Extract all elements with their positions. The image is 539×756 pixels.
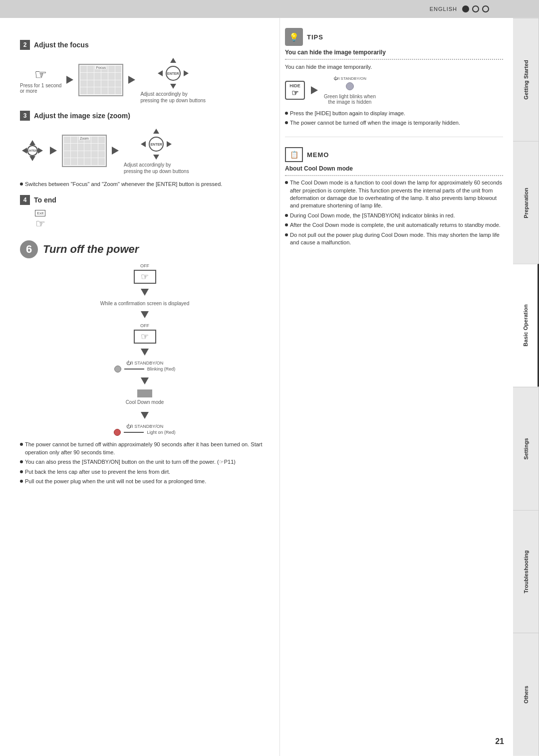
section-3-number: 3 <box>20 111 30 121</box>
memo-bullet-1: The Cool Down mode is a function to cool… <box>285 179 503 210</box>
right-column: 💡 TIPS You can hide the image temporaril… <box>279 18 513 756</box>
tips-subtitle: You can hide the image temporarily <box>285 49 503 56</box>
memo-box: 📋 MEMO About Cool Down mode The Cool Dow… <box>285 147 503 246</box>
arrow-right-btn <box>184 70 189 76</box>
zoom-enter-arrow-down <box>153 155 159 160</box>
enter-cluster-zoom-area: ENTER Adjust accordingly bypressing the … <box>124 127 189 175</box>
focus-screen: Focus <box>78 64 123 96</box>
tips-memo-divider <box>285 137 503 137</box>
focus-diagram-row: ☞ Press for 1 secondor more Focus <box>20 56 270 104</box>
header-bar: ENGLISH <box>0 0 539 18</box>
dot-2 <box>472 5 479 12</box>
off-label-1: OFF <box>140 263 149 268</box>
exit-btn: Exit ☞ <box>35 210 45 230</box>
focus-screen-label: Focus <box>95 66 107 69</box>
arrow-down-4 <box>141 378 149 384</box>
section-to-end: 4 To end <box>20 195 270 205</box>
memo-bullet-2: During Cool Down mode, the [STANDBY/ON] … <box>285 212 503 219</box>
tab-troubleshooting[interactable]: Troubleshooting <box>513 510 539 633</box>
turn-off-diagrams: OFF ☞ While a confirmation screen is dis… <box>20 263 270 436</box>
off-rect-2: ☞ <box>134 330 156 344</box>
turn-off-bullet-1: The power cannot be turned off within ap… <box>20 441 270 456</box>
tab-getting-started[interactable]: Getting Started <box>513 18 539 141</box>
confirmation-text: While a confirmation screen is displayed <box>100 301 189 306</box>
arrow-3 <box>50 147 57 155</box>
standby-light-row: Light on (Red) <box>114 429 175 436</box>
enter-cluster-zoom: ENTER <box>139 127 174 162</box>
standby-on-circle <box>346 82 354 90</box>
hide-btn-label: HIDE <box>289 83 300 88</box>
hide-hand-icon: ☞ <box>291 88 298 98</box>
enter-cluster-small: ENTER <box>20 138 45 163</box>
tips-arrow <box>311 86 318 94</box>
hide-diagram: HIDE ☞ ⏻/I STANDBY/ON Green light blinks… <box>285 76 503 105</box>
tips-divider <box>285 59 503 60</box>
indicator-line-1 <box>124 369 144 370</box>
tab-settings[interactable]: Settings <box>513 387 539 510</box>
off-button-1: OFF ☞ <box>134 263 156 284</box>
tips-box: 💡 TIPS You can hide the image temporaril… <box>285 28 503 127</box>
standby-on-label: ⏻/I STANDBY/ON <box>333 76 366 81</box>
turn-off-bullet-3: Put back the lens cap after use to preve… <box>20 468 270 476</box>
dot-1 <box>462 5 469 12</box>
off-button-2: OFF ☞ <box>134 323 156 344</box>
indicator-line-2 <box>124 432 144 433</box>
enter-btn-small[interactable]: ENTER <box>27 145 38 156</box>
section-adjust-focus: 2 Adjust the focus <box>20 40 270 50</box>
off-label-2: OFF <box>140 323 149 328</box>
zoom-arrow-right <box>38 148 43 154</box>
zoom-arrow-down <box>29 156 35 161</box>
arrow-1 <box>66 76 73 84</box>
arrow-2 <box>128 76 135 84</box>
hide-btn[interactable]: HIDE ☞ <box>285 81 305 100</box>
off-hand-icon: ☞ <box>141 271 149 282</box>
green-blink-text: Green light blinks whenthe image is hidd… <box>324 94 376 105</box>
arrow-down-2 <box>141 311 149 318</box>
section-2-title: Adjust the focus <box>34 41 89 49</box>
tab-basic-operation[interactable]: Basic Operation <box>513 264 539 387</box>
standby-indicator-row: Blinking (Red) <box>114 366 176 373</box>
header-dots <box>462 5 489 12</box>
zoom-enter-btn[interactable]: ENTER <box>149 137 164 152</box>
focus-caption: Adjust accordingly bypressing the up dow… <box>140 91 206 104</box>
tips-bullet-1: Press the [HIDE] button again to display… <box>285 110 503 117</box>
enter-small-area: ENTER <box>20 138 45 163</box>
arrow-up <box>170 58 176 63</box>
tab-preparation[interactable]: Preparation <box>513 141 539 264</box>
standby-indicator-2: ⏻/I STANDBY/ON Light on (Red) <box>114 424 175 436</box>
section-6-title: Turn off the power <box>43 240 139 258</box>
arrow-down-1 <box>141 289 149 296</box>
section-6-number: 6 <box>20 240 38 258</box>
zoom-caption: Adjust accordingly bypressing the up dow… <box>124 162 189 175</box>
zoom-screen: Zoom <box>62 135 107 167</box>
zoom-bullet-1: Switches between "Focus" and "Zoom" when… <box>20 181 270 188</box>
tips-body: You can hide the image temporarily. <box>285 63 503 71</box>
turn-off-bullets: The power cannot be turned off within ap… <box>20 441 270 485</box>
section-3-title: Adjust the image size (zoom) <box>34 112 130 120</box>
memo-bullet-4: Do not pull out the power plug during Co… <box>285 231 503 247</box>
zoom-arrow-left <box>22 148 27 154</box>
language-label: ENGLISH <box>430 6 457 12</box>
tab-others[interactable]: Others <box>513 633 539 756</box>
zoom-diagram-row: ENTER Zoom <box>20 127 270 175</box>
blinking-text: Blinking (Red) <box>147 367 176 372</box>
memo-icon: 📋 <box>285 147 303 162</box>
memo-bullet-3: After the Cool Down mode is complete, th… <box>285 221 503 229</box>
enter-cluster-1: ENTER <box>156 56 191 91</box>
arrow-4 <box>112 147 119 155</box>
enter-cluster-area: ENTER Adjust accordingly bypressing the … <box>140 56 206 104</box>
exit-label: Exit <box>35 210 45 216</box>
zoom-screen-label: Zoom <box>79 137 90 140</box>
zoom-enter-arrow-left <box>141 141 146 147</box>
cool-down-label: Cool Down mode <box>126 399 164 405</box>
hand-icon-1: ☞ <box>34 66 47 83</box>
zoom-enter-arrow-up <box>153 129 159 134</box>
zoom-bullet-list: Switches between "Focus" and "Zoom" when… <box>20 181 270 188</box>
standby-indicator-1: ⏻/I STANDBY/ON Blinking (Red) <box>114 361 176 373</box>
left-column: 2 Adjust the focus ☞ Press for 1 secondo… <box>0 18 279 756</box>
standby-label-2: ⏻/I STANDBY/ON <box>126 424 163 429</box>
arrow-down <box>170 84 176 89</box>
enter-btn[interactable]: ENTER <box>166 66 181 81</box>
tips-label: TIPS <box>307 33 323 41</box>
page-number: 21 <box>495 737 504 746</box>
